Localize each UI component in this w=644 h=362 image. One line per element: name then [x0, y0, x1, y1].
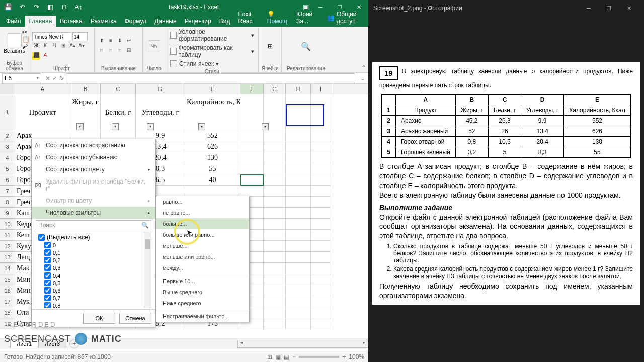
filter-search-input[interactable]: Поиск🔍 [36, 220, 151, 230]
accept-formula-icon[interactable]: ✓ [52, 75, 57, 82]
filter-below-avg[interactable]: Ниже среднего [156, 298, 249, 309]
number-filters-item[interactable]: Числовые фильтры▸ [32, 207, 155, 219]
filter-checklist[interactable]: (Выделить все) 00,10,20,30,40,50,60,70,8 [36, 232, 151, 308]
copy-icon[interactable]: 📋 [22, 36, 30, 43]
filter-top10[interactable]: Первые 10... [156, 275, 249, 287]
sort-color-item[interactable]: Сортировка по цвету▸ [32, 163, 155, 175]
user-label[interactable]: Юрий За... [292, 9, 322, 27]
filter-equals[interactable]: равно... [156, 196, 249, 207]
shrink-font-icon[interactable]: A▾ [77, 43, 86, 51]
share-icon: 👥 [327, 14, 335, 21]
tab-formulas[interactable]: Формул [121, 16, 151, 27]
align-top-icon[interactable]: ⬆ [98, 38, 106, 46]
filter-value-check[interactable]: 0 [37, 241, 150, 249]
filter-value-check[interactable]: 0,3 [37, 264, 150, 272]
fx-icon[interactable]: fx [59, 75, 64, 82]
view-break-icon[interactable]: ▤ [284, 353, 289, 360]
sort-asc-item[interactable]: A↓Сортировка по возрастанию [32, 139, 155, 151]
tab-file[interactable]: Файл [2, 16, 25, 27]
tab-foxit[interactable]: Foxit Reac [234, 9, 263, 27]
tab-home[interactable]: Главная [25, 16, 56, 27]
collapse-ribbon-icon[interactable]: ⌃ [361, 64, 366, 71]
filter-value-check[interactable]: 0,5 [37, 279, 150, 287]
filter-greater-eq[interactable]: больше или равно... [156, 229, 249, 240]
filter-value-check[interactable]: 0,6 [37, 287, 150, 294]
cell-styles-button[interactable]: Стили ячеек ▾ [169, 60, 255, 68]
photos-maximize[interactable]: ☐ [599, 5, 619, 12]
zoom-in-icon[interactable]: + [342, 353, 346, 360]
filter-arrow-c[interactable]: ▾ [147, 123, 154, 130]
number-format-button[interactable]: % [148, 40, 160, 52]
cut-icon[interactable]: ✂ [22, 29, 30, 36]
underline-button[interactable]: Ч [50, 43, 58, 51]
tab-review[interactable]: Рецензир [181, 16, 215, 27]
fill-color-button[interactable]: ⬛ [32, 52, 40, 60]
zoom-out-icon[interactable]: − [292, 353, 296, 360]
photos-close[interactable]: ✕ [619, 5, 639, 12]
filter-arrow-d[interactable]: ▾ [198, 123, 205, 130]
share-button[interactable]: 👥Общий доступ [322, 9, 368, 27]
conditional-format-button[interactable]: Условное форматирование ▾ [169, 28, 255, 43]
align-bot-icon[interactable]: ⬇ [116, 38, 124, 46]
filter-value-check[interactable]: 0,7 [37, 294, 150, 302]
align-right-icon[interactable]: ≡ [116, 47, 124, 55]
sort-desc-item[interactable]: A↑Сортировка по убыванию [32, 151, 155, 163]
grow-font-icon[interactable]: A▴ [68, 43, 76, 51]
cancel-formula-icon[interactable]: ✕ [45, 75, 50, 82]
bold-button[interactable]: Ж [32, 43, 40, 51]
find-button[interactable]: 🔍 [301, 42, 311, 51]
filter-arrow-b[interactable]: ▾ [112, 123, 119, 130]
zoom-value[interactable]: 100% [349, 353, 364, 360]
undo-icon[interactable]: ↶ [17, 2, 27, 12]
filter-value-check[interactable]: 0,8 [37, 302, 150, 308]
filter-between[interactable]: между... [156, 262, 249, 274]
align-left-icon[interactable]: ≡ [98, 47, 106, 55]
select-all-check[interactable]: (Выделить все) [37, 233, 150, 241]
horizontal-scrollbar[interactable]: ◂▸ [237, 340, 368, 348]
filter-value-check[interactable]: 0,4 [37, 272, 150, 279]
qat-icon[interactable]: ◧ [45, 2, 55, 12]
font-name-input[interactable] [32, 32, 71, 41]
filter-value-check[interactable]: 0,1 [37, 249, 150, 256]
filter-not-equals[interactable]: не равно... [156, 207, 249, 218]
name-box[interactable]: F6▾ [2, 73, 41, 83]
cancel-button[interactable]: Отмена [119, 313, 151, 324]
tab-view[interactable]: Вид [215, 16, 234, 27]
qat-icon[interactable]: A↕ [73, 2, 84, 12]
cells-button[interactable]: ⊞ [268, 43, 273, 50]
format-painter-icon[interactable]: 🖌 [22, 43, 30, 50]
format-as-table-button[interactable]: Форматировать как таблицу ▾ [169, 44, 255, 59]
tab-data[interactable]: Данные [150, 16, 180, 27]
photos-minimize[interactable]: ─ [579, 5, 599, 12]
align-center-icon[interactable]: ≡ [107, 47, 115, 55]
tab-layout[interactable]: Разметка [87, 16, 121, 27]
view-normal-icon[interactable]: ⊞ [267, 353, 272, 360]
wrap-icon[interactable]: ↩ [125, 38, 133, 46]
font-size-input[interactable] [72, 32, 88, 41]
border-button[interactable]: ⊞ [59, 43, 67, 51]
checklist-scrollbar[interactable] [144, 232, 151, 308]
redo-icon[interactable]: ↷ [31, 2, 41, 12]
align-mid-icon[interactable]: ≡ [107, 38, 115, 46]
zoom-slider[interactable] [299, 356, 339, 358]
tab-help[interactable]: 💡 Помощ [263, 9, 292, 27]
filter-greater[interactable]: больше... [156, 218, 249, 229]
filter-custom[interactable]: Настраиваемый фильтр... [156, 310, 249, 322]
filter-arrow-a[interactable]: ▾ [76, 123, 84, 130]
clear-filter-item: ⌧Удалить фильтр из столбца "Белки, г" [32, 175, 155, 195]
filter-less[interactable]: меньше... [156, 240, 249, 251]
save-icon[interactable]: 💾 [3, 2, 13, 12]
view-layout-icon[interactable]: ▦ [275, 353, 281, 360]
tab-insert[interactable]: Вставка [56, 16, 87, 27]
formula-input[interactable] [66, 73, 355, 83]
italic-button[interactable]: К [41, 43, 49, 51]
filter-less-eq[interactable]: меньше или равно... [156, 251, 249, 262]
filter-above-avg[interactable]: Выше среднего [156, 287, 249, 298]
expand-formula-icon[interactable]: ⌄ [357, 75, 368, 82]
filter-value-check[interactable]: 0,2 [37, 256, 150, 264]
filter-arrow-e[interactable]: ▾ [262, 123, 269, 130]
qat-icon[interactable]: 🗋 [59, 2, 69, 12]
ok-button[interactable]: ОК [83, 313, 115, 324]
font-color-button[interactable]: A [41, 52, 49, 60]
merge-icon[interactable]: ⊟ [125, 47, 133, 55]
